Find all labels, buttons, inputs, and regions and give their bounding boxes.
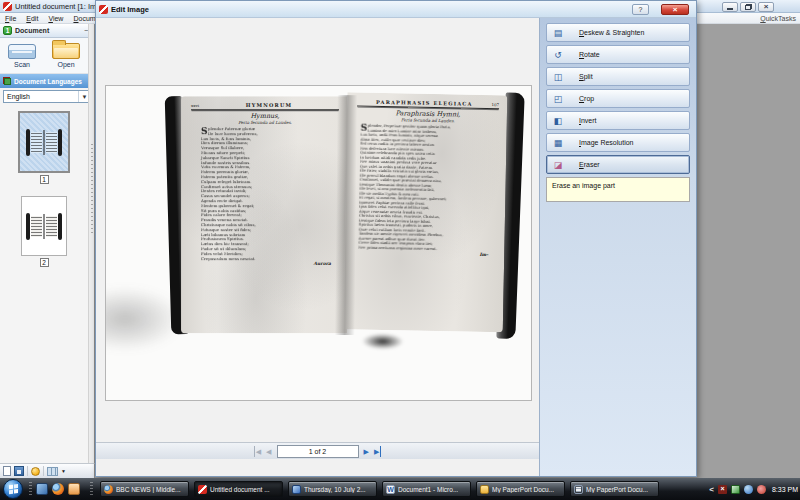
document-sidebar: 1 Document − Scan Open Document Language… — [0, 24, 95, 463]
split-icon: ◫ — [547, 72, 569, 82]
paraphrase-text: Splendor, Perpetuæ genitor quam gloria P… — [354, 124, 498, 253]
desktop: Untitled document [1: Im × File Edit Vie… — [0, 0, 800, 500]
invert-icon: ◧ — [547, 116, 569, 126]
split-button[interactable]: ◫ Split — [546, 67, 690, 86]
restore-button[interactable] — [740, 2, 756, 12]
menu-view[interactable]: View — [43, 15, 68, 22]
edit-titlebar: Edit Image — [96, 1, 696, 18]
edit-canvas: xxvi HYMNORUM Hymnus, Feria fecunda ad L… — [96, 18, 539, 459]
book-spread: xxvi HYMNORUM Hymnus, Feria fecunda ad L… — [167, 87, 522, 347]
thumbnail-1-book-image — [26, 129, 62, 156]
previous-page-button[interactable]: ◀ — [266, 446, 271, 457]
image-resolution-button[interactable]: ▦ Image Resolution — [546, 133, 690, 152]
minimize-icon — [727, 5, 733, 10]
left-page-folio: xxvi — [191, 103, 199, 108]
sidebar-toolbar: ▼ — [0, 463, 95, 478]
paperport-app-icon — [3, 2, 12, 11]
taskbar-button-paperport-folder[interactable]: My PaperPort Docu... — [476, 481, 565, 497]
left-catchword: Aurora — [191, 261, 339, 266]
taskbar-button-bbc-news[interactable]: BBC NEWS | Middle... — [100, 481, 189, 497]
show-desktop-icon[interactable] — [36, 483, 48, 495]
windows-logo-icon — [9, 485, 13, 490]
mail-quicklaunch-icon[interactable] — [68, 483, 80, 495]
page-thumbnail-1[interactable] — [18, 111, 70, 173]
last-page-button[interactable]: ▶ — [374, 446, 381, 457]
taskbar-button-word-document[interactable]: Document1 - Micro... — [382, 481, 471, 497]
deskew-icon: ▤ — [547, 28, 569, 38]
scanned-book-image[interactable]: xxvi HYMNORUM Hymnus, Feria fecunda ad L… — [105, 85, 532, 401]
page-navigation-bar: ◀ ◀ 1 of 2 ▶ ▶ — [96, 442, 539, 459]
tray-shield-icon[interactable] — [731, 485, 740, 494]
taskbar-grip[interactable] — [90, 482, 93, 496]
crop-icon: ◰ — [547, 94, 569, 104]
eraser-icon: ◪ — [547, 160, 569, 170]
firefox-icon — [104, 485, 113, 494]
page-indicator[interactable]: 1 of 2 — [277, 445, 359, 458]
eraser-button[interactable]: ◪ Eraser — [546, 155, 690, 174]
taskbar-button-untitled-document[interactable]: Untitled document ... — [194, 481, 283, 497]
tray-volume-icon[interactable] — [757, 485, 766, 494]
taskbar-button-thursday[interactable]: Thursday, 10 July 2... — [288, 481, 377, 497]
page-number-1: 1 — [40, 175, 49, 184]
edit-window-icon — [99, 5, 108, 14]
taskbar-grip[interactable] — [29, 482, 32, 496]
open-label: Open — [57, 61, 74, 68]
menu-file[interactable]: File — [0, 15, 21, 22]
open-button[interactable]: Open — [44, 38, 88, 73]
minimize-button[interactable] — [722, 2, 738, 12]
rotate-button[interactable]: ↺ Rotate — [546, 45, 690, 64]
deskew-straighten-button[interactable]: ▤ Deskew & Straighten — [546, 23, 690, 42]
tray-error-icon[interactable] — [718, 485, 727, 494]
view-dropdown-icon[interactable]: ▼ — [61, 468, 66, 474]
taskbar: BBC NEWS | Middle... Untitled document .… — [0, 478, 800, 500]
start-button[interactable] — [3, 479, 23, 499]
image-resolution-icon: ▦ — [547, 138, 569, 148]
crop-button[interactable]: ◰ Crop — [546, 89, 690, 108]
sidebar-splitter[interactable] — [88, 24, 94, 463]
document-panel-header[interactable]: 1 Document − — [0, 24, 94, 38]
languages-icon — [3, 77, 11, 85]
edit-image-window: Edit Image ? × xxvi HYMNORUM Hymnus, Fer… — [95, 0, 697, 477]
left-running-title: HYMNORUM — [199, 102, 339, 108]
document-panel-title: Document — [15, 27, 49, 34]
firefox-quicklaunch-icon[interactable] — [52, 483, 64, 495]
main-window-title: Untitled document [1: Im — [15, 2, 96, 11]
eraser-tooltip: Erase an image part — [546, 177, 690, 202]
language-select[interactable]: English ▼ — [3, 90, 91, 103]
page-number-2: 2 — [40, 258, 49, 267]
tray-expand-chevron[interactable]: < — [709, 485, 714, 494]
document-languages-label: Document Languages — [14, 78, 82, 85]
page-thumbnail-2[interactable] — [21, 196, 67, 256]
paperport-icon — [198, 485, 207, 494]
edit-close-button[interactable]: × — [661, 4, 689, 15]
menu-edit[interactable]: Edit — [21, 15, 43, 22]
settings-gear-icon[interactable] — [31, 467, 40, 476]
taskbar-clock[interactable]: 8:33 PM — [772, 486, 798, 493]
calendar-icon — [292, 485, 301, 494]
main-window-controls: × — [722, 2, 774, 12]
help-button[interactable]: ? — [632, 4, 649, 15]
close-button[interactable]: × — [758, 2, 774, 12]
open-folder-icon — [52, 43, 80, 59]
document-languages-header: Document Languages — [0, 74, 94, 88]
hymn-subtitle: Feria fecunda ad Laudes. — [191, 120, 339, 125]
hymn-text: Splendor Paternæ gloriæ De luce lucem pr… — [191, 127, 339, 261]
toolbar-separator — [27, 466, 28, 476]
restore-icon — [745, 5, 751, 10]
rotate-icon: ↺ — [547, 50, 569, 60]
first-page-button[interactable]: ◀ — [254, 446, 261, 457]
new-document-icon[interactable] — [3, 466, 11, 476]
document-icon — [574, 485, 583, 494]
invert-button[interactable]: ◧ Invert — [546, 111, 690, 130]
thumbnail-view-icon[interactable] — [47, 467, 58, 476]
next-page-button[interactable]: ▶ — [364, 446, 369, 457]
taskbar-button-paperport-document[interactable]: My PaperPort Docu... — [570, 481, 659, 497]
scan-button[interactable]: Scan — [0, 38, 44, 73]
tray-network-icon[interactable] — [744, 485, 753, 494]
scanner-icon — [8, 44, 36, 59]
save-icon[interactable] — [14, 466, 24, 476]
menu-quicktasks[interactable]: QuickTasks — [760, 13, 796, 24]
book-left-page: xxvi HYMNORUM Hymnus, Feria fecunda ad L… — [181, 96, 347, 333]
folder-icon — [480, 485, 489, 494]
word-icon — [386, 485, 395, 494]
